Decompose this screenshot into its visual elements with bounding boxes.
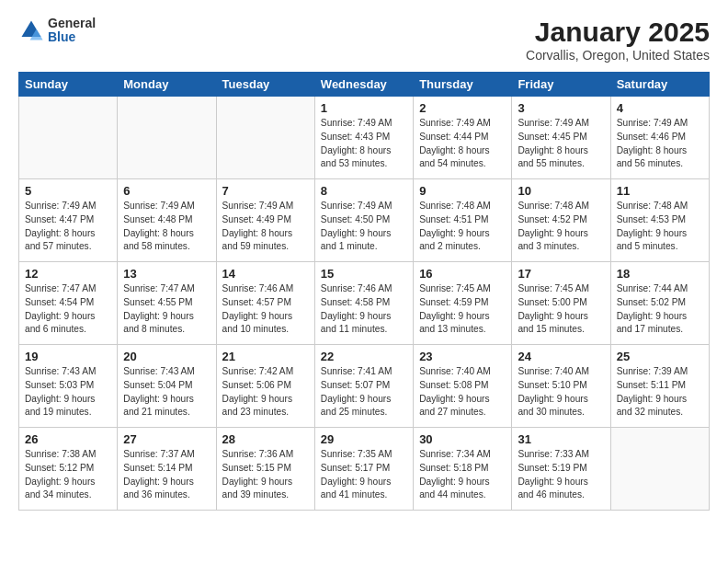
calendar-subtitle: Corvallis, Oregon, United States [526,48,710,63]
day-number: 2 [419,101,506,115]
calendar-title: January 2025 [526,17,710,48]
day-info: Sunrise: 7:49 AM Sunset: 4:47 PM Dayligh… [25,200,111,254]
day-info: Sunrise: 7:47 AM Sunset: 4:54 PM Dayligh… [25,282,111,337]
calendar-cell: 27Sunrise: 7:37 AM Sunset: 5:14 PM Dayli… [118,428,216,511]
day-info: Sunrise: 7:36 AM Sunset: 5:15 PM Dayligh… [222,448,309,502]
calendar-cell: 1Sunrise: 7:49 AM Sunset: 4:43 PM Daylig… [314,97,413,179]
day-number: 7 [222,184,309,198]
day-info: Sunrise: 7:41 AM Sunset: 5:07 PM Dayligh… [321,365,407,419]
calendar-cell: 4Sunrise: 7:49 AM Sunset: 4:46 PM Daylig… [610,97,709,179]
calendar-cell [216,97,314,179]
day-number: 10 [518,184,604,198]
day-number: 30 [419,432,506,446]
day-info: Sunrise: 7:38 AM Sunset: 5:12 PM Dayligh… [25,448,111,502]
day-number: 4 [617,101,703,115]
calendar-cell: 23Sunrise: 7:40 AM Sunset: 5:08 PM Dayli… [414,345,512,428]
day-info: Sunrise: 7:47 AM Sunset: 4:55 PM Dayligh… [123,282,210,337]
day-number: 1 [321,101,407,115]
title-area: January 2025 Corvallis, Oregon, United S… [526,17,710,63]
calendar-cell: 30Sunrise: 7:34 AM Sunset: 5:18 PM Dayli… [414,428,512,511]
calendar-cell: 19Sunrise: 7:43 AM Sunset: 5:03 PM Dayli… [19,345,118,428]
day-info: Sunrise: 7:48 AM Sunset: 4:53 PM Dayligh… [617,200,703,254]
day-number: 12 [25,267,111,281]
calendar-cell: 9Sunrise: 7:48 AM Sunset: 4:51 PM Daylig… [414,179,512,262]
day-number: 19 [25,350,111,363]
calendar-cell: 10Sunrise: 7:48 AM Sunset: 4:52 PM Dayli… [512,179,610,262]
header-thursday: Thursday [414,73,512,97]
header: General Blue January 2025 Corvallis, Ore… [18,17,710,63]
day-number: 17 [518,267,604,281]
day-info: Sunrise: 7:45 AM Sunset: 4:59 PM Dayligh… [419,282,506,337]
calendar-cell: 24Sunrise: 7:40 AM Sunset: 5:10 PM Dayli… [512,345,610,428]
day-info: Sunrise: 7:49 AM Sunset: 4:44 PM Dayligh… [419,117,506,171]
day-info: Sunrise: 7:33 AM Sunset: 5:19 PM Dayligh… [518,448,604,502]
header-saturday: Saturday [610,73,709,97]
calendar-cell: 25Sunrise: 7:39 AM Sunset: 5:11 PM Dayli… [610,345,709,428]
day-info: Sunrise: 7:46 AM Sunset: 4:57 PM Dayligh… [222,282,309,337]
logo-blue: Blue [48,30,96,44]
logo-icon [18,17,44,43]
day-info: Sunrise: 7:43 AM Sunset: 5:04 PM Dayligh… [123,365,210,419]
page-container: General Blue January 2025 Corvallis, Ore… [0,0,728,520]
day-info: Sunrise: 7:49 AM Sunset: 4:48 PM Dayligh… [123,200,210,254]
calendar-cell: 28Sunrise: 7:36 AM Sunset: 5:15 PM Dayli… [216,428,314,511]
day-info: Sunrise: 7:49 AM Sunset: 4:50 PM Dayligh… [321,200,407,254]
day-number: 21 [222,350,309,363]
calendar-table: Sunday Monday Tuesday Wednesday Thursday… [18,72,710,511]
day-info: Sunrise: 7:40 AM Sunset: 5:10 PM Dayligh… [518,365,604,419]
calendar-cell: 31Sunrise: 7:33 AM Sunset: 5:19 PM Dayli… [512,428,610,511]
calendar-cell: 16Sunrise: 7:45 AM Sunset: 4:59 PM Dayli… [414,262,512,345]
calendar-week-3: 12Sunrise: 7:47 AM Sunset: 4:54 PM Dayli… [19,262,710,345]
calendar-cell: 7Sunrise: 7:49 AM Sunset: 4:49 PM Daylig… [216,179,314,262]
day-number: 14 [222,267,309,281]
calendar-week-5: 26Sunrise: 7:38 AM Sunset: 5:12 PM Dayli… [19,428,710,511]
day-number: 9 [419,184,506,198]
day-number: 24 [518,350,604,363]
calendar-cell: 5Sunrise: 7:49 AM Sunset: 4:47 PM Daylig… [19,179,118,262]
calendar-cell: 14Sunrise: 7:46 AM Sunset: 4:57 PM Dayli… [216,262,314,345]
day-number: 26 [25,432,111,446]
header-wednesday: Wednesday [314,73,413,97]
day-number: 23 [419,350,506,363]
day-info: Sunrise: 7:49 AM Sunset: 4:43 PM Dayligh… [321,117,407,171]
day-number: 5 [25,184,111,198]
day-number: 8 [321,184,407,198]
calendar-cell: 3Sunrise: 7:49 AM Sunset: 4:45 PM Daylig… [512,97,610,179]
day-number: 29 [321,432,407,446]
logo-text: General Blue [48,17,96,45]
day-number: 27 [123,432,210,446]
calendar-cell: 12Sunrise: 7:47 AM Sunset: 4:54 PM Dayli… [19,262,118,345]
day-number: 25 [617,350,703,363]
calendar-week-4: 19Sunrise: 7:43 AM Sunset: 5:03 PM Dayli… [19,345,710,428]
calendar-cell: 29Sunrise: 7:35 AM Sunset: 5:17 PM Dayli… [314,428,413,511]
header-monday: Monday [118,73,216,97]
calendar-cell [19,97,118,179]
day-info: Sunrise: 7:48 AM Sunset: 4:52 PM Dayligh… [518,200,604,254]
day-number: 3 [518,101,604,115]
calendar-cell: 21Sunrise: 7:42 AM Sunset: 5:06 PM Dayli… [216,345,314,428]
calendar-cell: 20Sunrise: 7:43 AM Sunset: 5:04 PM Dayli… [118,345,216,428]
calendar-week-1: 1Sunrise: 7:49 AM Sunset: 4:43 PM Daylig… [19,97,710,179]
calendar-cell: 2Sunrise: 7:49 AM Sunset: 4:44 PM Daylig… [414,97,512,179]
day-info: Sunrise: 7:49 AM Sunset: 4:45 PM Dayligh… [518,117,604,171]
header-tuesday: Tuesday [216,73,314,97]
day-number: 6 [123,184,210,198]
calendar-cell: 26Sunrise: 7:38 AM Sunset: 5:12 PM Dayli… [19,428,118,511]
day-number: 15 [321,267,407,281]
day-info: Sunrise: 7:44 AM Sunset: 5:02 PM Dayligh… [617,282,703,337]
day-info: Sunrise: 7:35 AM Sunset: 5:17 PM Dayligh… [321,448,407,502]
calendar-cell: 15Sunrise: 7:46 AM Sunset: 4:58 PM Dayli… [314,262,413,345]
day-info: Sunrise: 7:46 AM Sunset: 4:58 PM Dayligh… [321,282,407,337]
day-number: 13 [123,267,210,281]
header-friday: Friday [512,73,610,97]
day-number: 22 [321,350,407,363]
day-info: Sunrise: 7:48 AM Sunset: 4:51 PM Dayligh… [419,200,506,254]
calendar-cell: 18Sunrise: 7:44 AM Sunset: 5:02 PM Dayli… [610,262,709,345]
day-number: 28 [222,432,309,446]
day-info: Sunrise: 7:43 AM Sunset: 5:03 PM Dayligh… [25,365,111,419]
calendar-cell [118,97,216,179]
calendar-header-row: Sunday Monday Tuesday Wednesday Thursday… [19,73,710,97]
day-number: 16 [419,267,506,281]
calendar-cell: 6Sunrise: 7:49 AM Sunset: 4:48 PM Daylig… [118,179,216,262]
day-info: Sunrise: 7:37 AM Sunset: 5:14 PM Dayligh… [123,448,210,502]
